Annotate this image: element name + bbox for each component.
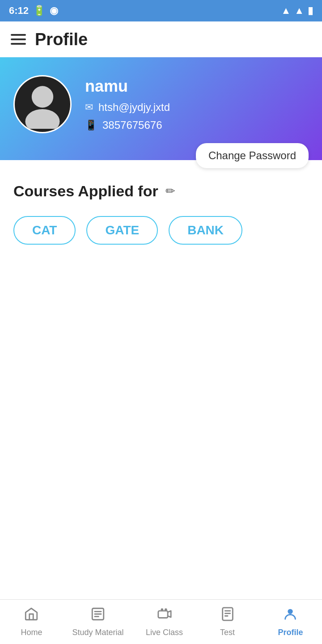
change-password-button[interactable]: Change Password xyxy=(196,143,309,168)
avatar xyxy=(13,75,72,133)
profile-phone-row: 📱 3857675676 xyxy=(85,119,170,131)
nav-item-test[interactable]: Test xyxy=(205,606,250,637)
nav-item-live-class[interactable]: Live Class xyxy=(142,606,187,637)
test-icon xyxy=(220,606,235,625)
svg-point-8 xyxy=(165,608,167,611)
study-material-icon xyxy=(90,606,106,625)
status-bar: 6:12 🔋 ◉ ▲ ▲ ▮ xyxy=(0,0,322,21)
nav-item-study-material[interactable]: Study Material xyxy=(72,606,123,637)
svg-point-1 xyxy=(25,109,60,129)
profile-phone: 3857675676 xyxy=(102,119,162,131)
courses-list: CAT GATE BANK xyxy=(13,216,309,245)
study-material-label: Study Material xyxy=(72,628,123,637)
profile-nav-label: Profile xyxy=(278,628,303,637)
section-title-row: Courses Applied for ✏ xyxy=(13,182,309,200)
battery-full-icon: ▮ xyxy=(308,5,313,17)
home-label: Home xyxy=(21,628,42,637)
edit-courses-icon[interactable]: ✏ xyxy=(165,184,175,198)
profile-nav-icon xyxy=(283,606,298,625)
page-title: Profile xyxy=(35,30,88,49)
hamburger-menu-button[interactable] xyxy=(11,34,26,45)
status-bar-right: ▲ ▲ ▮ xyxy=(281,5,313,17)
courses-section-title: Courses Applied for xyxy=(13,182,158,200)
profile-name: namu xyxy=(85,77,170,96)
svg-rect-6 xyxy=(158,611,167,618)
svg-point-0 xyxy=(32,86,53,107)
wifi-icon: ▲ xyxy=(281,5,291,17)
live-class-label: Live Class xyxy=(146,628,183,637)
status-time: 6:12 xyxy=(9,5,29,17)
live-class-icon xyxy=(157,606,172,625)
course-tag-bank[interactable]: BANK xyxy=(169,216,242,245)
course-tag-gate[interactable]: GATE xyxy=(86,216,158,245)
nav-item-home[interactable]: Home xyxy=(9,606,54,637)
top-header: Profile xyxy=(0,21,322,57)
battery-icon: 🔋 xyxy=(33,5,45,17)
bottom-nav: Home Study Material Live Class xyxy=(0,599,322,644)
profile-banner: namu ✉ htsh@jydjy.jxtd 📱 3857675676 Chan… xyxy=(0,57,322,160)
svg-point-13 xyxy=(288,609,293,614)
home-icon xyxy=(24,606,39,625)
phone-icon: 📱 xyxy=(85,119,97,131)
profile-email: htsh@jydjy.jxtd xyxy=(98,101,170,114)
nav-item-profile[interactable]: Profile xyxy=(268,606,313,637)
email-icon: ✉ xyxy=(85,102,93,113)
main-content: Courses Applied for ✏ CAT GATE BANK xyxy=(0,160,322,258)
course-tag-cat[interactable]: CAT xyxy=(13,216,76,245)
signal-icon: ▲ xyxy=(294,5,304,17)
profile-info: namu ✉ htsh@jydjy.jxtd 📱 3857675676 xyxy=(85,77,170,131)
test-label: Test xyxy=(220,628,235,637)
profile-email-row: ✉ htsh@jydjy.jxtd xyxy=(85,101,170,114)
status-bar-left: 6:12 🔋 ◉ xyxy=(9,5,58,17)
sim-icon: ◉ xyxy=(50,5,58,17)
svg-point-7 xyxy=(161,608,163,611)
